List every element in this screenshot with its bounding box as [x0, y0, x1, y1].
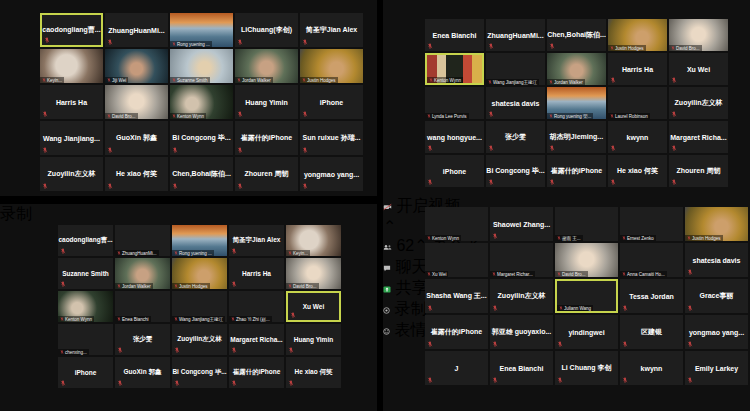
participant-tile[interactable]: 张少雯 [115, 324, 170, 355]
participant-tile[interactable]: kwynn [608, 121, 667, 153]
participant-tile[interactable]: Zuoyilin左义林 [172, 324, 227, 355]
participant-tile[interactable]: 崔露什的iPhone [229, 357, 284, 388]
participant-tile[interactable]: Tessa Jordan [620, 279, 683, 313]
participant-tile[interactable]: J [425, 351, 488, 385]
participant-tile[interactable]: Harris Ha [229, 258, 284, 289]
participant-tile[interactable]: Justin Hodges [300, 49, 363, 83]
participant-tile[interactable]: chenxing... [58, 324, 113, 355]
participant-tile[interactable]: ZhuangHuanMi... [486, 19, 545, 51]
participant-tile[interactable]: Enea Bianchi [425, 19, 484, 51]
participant-tile[interactable]: Zuoyilin左义林 [40, 157, 103, 191]
participant-tile[interactable]: Bi Congcong 毕... [486, 155, 545, 187]
participant-tile[interactable]: yongmao yang... [685, 315, 748, 349]
participant-tile[interactable]: Laurel Robinson [608, 87, 667, 119]
participant-tile[interactable]: Jordan Walker [235, 49, 298, 83]
participant-tile[interactable]: Bi Congcong 毕... [172, 357, 227, 388]
participant-tile[interactable]: Justin Hodges [172, 258, 227, 289]
participant-tile[interactable]: 谢雨 王... [555, 207, 618, 241]
participant-tile[interactable]: Keyin... [286, 225, 341, 256]
participant-tile[interactable]: Zhao Yi Zhi (赵... [229, 291, 284, 322]
participant-tile[interactable]: Anna Camaiti Ho... [620, 243, 683, 277]
participant-tile[interactable]: Justin Hodges [608, 19, 667, 51]
participant-tile[interactable]: Jordan Walker [115, 258, 170, 289]
participant-tile[interactable]: Huang Yimin [286, 324, 341, 355]
participant-tile[interactable]: 崔露什的iPhone [235, 121, 298, 155]
participant-tile[interactable]: Margaret Richar... [490, 243, 553, 277]
participant-tile[interactable]: Sun ruixue 孙瑞... [300, 121, 363, 155]
participant-tile[interactable]: caodongliang曹... [58, 225, 113, 256]
participant-tile[interactable]: caodongliang曹... [40, 13, 103, 47]
participant-tile[interactable]: Xu Wei [669, 53, 728, 85]
participant-tile[interactable]: Jordan Walker [547, 53, 606, 85]
participant-tile[interactable]: Margaret Richa... [669, 121, 728, 153]
participant-tile[interactable]: GuoXin 郭鑫 [105, 121, 168, 155]
participant-tile[interactable]: 简圣宇Jian Alex [229, 225, 284, 256]
participant-tile[interactable]: yongmao yang... [300, 157, 363, 191]
participant-tile[interactable]: Wang Jianjiang王建江 [486, 53, 545, 85]
participant-tile[interactable]: Zhouren 周韧 [669, 155, 728, 187]
participant-tile[interactable]: Li Chuang 李创 [555, 351, 618, 385]
participant-tile[interactable]: Keyin... [40, 49, 103, 83]
participant-tile[interactable]: Chen,Bohai陈伯... [170, 157, 233, 191]
participant-tile[interactable]: 崔露什的iPhone [425, 315, 488, 349]
participant-tile[interactable]: 简圣宇Jian Alex [300, 13, 363, 47]
participant-tile[interactable]: Enea Bianchi [115, 291, 170, 322]
participant-tile[interactable]: Kenton Wynn [425, 53, 484, 85]
participant-tile[interactable]: He xiao 何笑 [608, 155, 667, 187]
participant-tile[interactable]: Lynda Lee Purvis [425, 87, 484, 119]
participant-tile[interactable]: Xu Wei [286, 291, 341, 322]
participant-tile[interactable]: Rong yuening 荣... [547, 87, 606, 119]
participant-tile[interactable]: 区建银 [620, 315, 683, 349]
participant-tile[interactable]: Grace事丽 [685, 279, 748, 313]
participant-tile[interactable]: Xu Wei [425, 243, 488, 277]
participant-tile[interactable]: He xiao 何笑 [286, 357, 341, 388]
participant-tile[interactable]: Juliann Wang [555, 279, 618, 313]
participant-tile[interactable]: Kenton Wynn [425, 207, 488, 241]
participant-tile[interactable]: Enea Bianchi [490, 351, 553, 385]
participant-tile[interactable]: Suzanne Smith [170, 49, 233, 83]
participant-tile[interactable]: Rong yuening ... [172, 225, 227, 256]
chevron-up-icon[interactable]: ⌃ [383, 218, 396, 235]
participant-tile[interactable]: David Bro... [669, 19, 728, 51]
participant-tile[interactable]: Harris Ha [40, 85, 103, 119]
participant-tile[interactable]: Wang Jianjiang... [40, 121, 103, 155]
participant-tile[interactable]: Huang Yimin [235, 85, 298, 119]
participant-tile[interactable]: Zuoyilin左义林 [669, 87, 728, 119]
participant-tile[interactable]: iPhone [58, 357, 113, 388]
participant-tile[interactable]: Shasha Wang 王... [425, 279, 488, 313]
participant-tile[interactable]: 崔露什的iPhone [547, 155, 606, 187]
participant-tile[interactable]: shatesia davis [486, 87, 545, 119]
participant-tile[interactable]: Suzanne Smith [58, 258, 113, 289]
participant-tile[interactable]: Kenton Wynn [58, 291, 113, 322]
participant-tile[interactable]: He xiao 何笑 [105, 157, 168, 191]
participant-tile[interactable]: Harris Ha [608, 53, 667, 85]
participant-tile[interactable]: Chen,Bohai陈伯... [547, 19, 606, 51]
participant-tile[interactable]: ZhuangHuanMi... [105, 13, 168, 47]
participant-tile[interactable]: Emily Larkey [685, 351, 748, 385]
participant-tile[interactable]: yindingwei [555, 315, 618, 349]
participant-tile[interactable]: Rong yuening ... [170, 13, 233, 47]
participant-tile[interactable]: David Bro... [286, 258, 341, 289]
participant-tile[interactable]: Shaowei Zhang... [490, 207, 553, 241]
participant-tile[interactable]: wang hongyue... [425, 121, 484, 153]
participant-tile[interactable]: Zuoyilin左义林 [490, 279, 553, 313]
participant-tile[interactable]: Bi Congcong 毕... [170, 121, 233, 155]
participant-tile[interactable]: 张少雯 [486, 121, 545, 153]
participant-tile[interactable]: iPhone [300, 85, 363, 119]
participant-tile[interactable]: Justin Hodges [685, 207, 748, 241]
participant-tile[interactable]: 郭亚雄 guoyaxio... [490, 315, 553, 349]
participant-tile[interactable]: shatesia davis [685, 243, 748, 277]
participant-tile[interactable]: David Bro... [555, 243, 618, 277]
participant-tile[interactable]: GuoXin 郭鑫 [115, 357, 170, 388]
participant-tile[interactable]: David Bro... [105, 85, 168, 119]
participant-tile[interactable]: LiChuang(李创) [235, 13, 298, 47]
participant-tile[interactable]: Kenton Wynn [170, 85, 233, 119]
participant-tile[interactable]: Ernest Zenko [620, 207, 683, 241]
participant-tile[interactable]: Zhouren 周韧 [235, 157, 298, 191]
participant-tile[interactable]: ZhuangHuanMi... [115, 225, 170, 256]
participant-tile[interactable]: Jiji Wei [105, 49, 168, 83]
participant-tile[interactable]: kwynn [620, 351, 683, 385]
participant-tile[interactable]: Margaret Richa... [229, 324, 284, 355]
participant-tile[interactable]: Wang Jianjiang王建江 [172, 291, 227, 322]
participant-tile[interactable]: iPhone [425, 155, 484, 187]
